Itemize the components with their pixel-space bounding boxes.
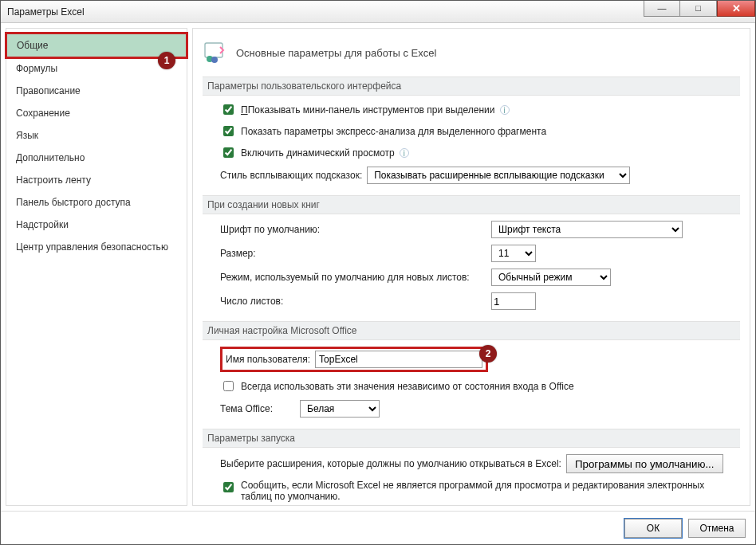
sidebar-item-customize-ribbon[interactable]: Настроить ленту — [6, 169, 187, 191]
sidebar-item-trust-center[interactable]: Центр управления безопасностью — [6, 236, 187, 258]
section-title-startup: Параметры запуска — [203, 429, 740, 448]
btn-default-programs[interactable]: Программы по умолчанию... — [566, 454, 723, 473]
close-button[interactable]: ✕ — [717, 1, 755, 17]
svg-rect-0 — [205, 43, 222, 57]
sidebar-item-language[interactable]: Язык — [6, 124, 187, 147]
lbl-default-view: Режим, используемый по умолчанию для нов… — [220, 272, 491, 283]
section-title-newbooks: При создании новых книг — [203, 195, 740, 214]
lbl-font-size: Размер: — [220, 248, 491, 259]
lbl-minipanel: ППоказывать мини-панель инструментов при… — [241, 104, 495, 116]
highlight-username: Имя пользователя: — [220, 347, 488, 372]
lbl-always-use: Всегда использовать эти значения независ… — [241, 381, 574, 392]
cancel-button[interactable]: Отмена — [688, 519, 746, 538]
minimize-button[interactable]: — — [644, 1, 680, 17]
lbl-express: Показать параметры экспресс-анализа для … — [241, 126, 546, 137]
select-office-theme[interactable]: Белая — [300, 400, 380, 418]
info-icon[interactable]: i — [400, 148, 409, 158]
sidebar-item-save[interactable]: Сохранение — [6, 102, 187, 124]
select-font-size[interactable]: 11 — [491, 245, 536, 262]
excel-options-window: Параметры Excel — □ ✕ Общие Формулы Прав… — [0, 0, 756, 545]
chk-minipanel[interactable] — [223, 104, 234, 115]
input-username[interactable] — [315, 351, 482, 368]
lbl-sheet-count: Число листов: — [220, 296, 491, 307]
category-sidebar: Общие Формулы Правописание Сохранение Яз… — [6, 28, 187, 506]
titlebar: Параметры Excel — □ ✕ — [1, 1, 755, 23]
general-options-icon — [203, 40, 228, 65]
chk-always-use[interactable] — [223, 381, 234, 391]
lbl-office-theme: Тема Office: — [220, 403, 295, 414]
input-sheet-count[interactable] — [491, 292, 536, 310]
window-controls: — □ ✕ — [644, 1, 755, 18]
lbl-default-font: Шрифт по умолчанию: — [220, 224, 491, 235]
select-tooltip-style[interactable]: Показывать расширенные всплывающие подск… — [367, 167, 630, 184]
info-icon[interactable]: i — [500, 105, 510, 115]
section-title-ui: Параметры пользовательского интерфейса — [203, 76, 740, 96]
lbl-warn-default: Сообщить, если Microsoft Excel не являет… — [241, 480, 719, 502]
lbl-default-ext: Выберите расширения, которые должны по у… — [220, 458, 561, 469]
annotation-badge-1: 1 — [158, 52, 175, 69]
annotation-badge-2: 2 — [479, 345, 497, 363]
window-title: Параметры Excel — [7, 6, 85, 18]
maximize-button[interactable]: □ — [680, 1, 717, 17]
page-heading: Основные параметры для работы с Excel — [236, 47, 436, 59]
chk-dynpreview[interactable] — [223, 147, 234, 158]
sidebar-item-quick-access[interactable]: Панель быстрого доступа — [6, 191, 187, 214]
sidebar-item-proofing[interactable]: Правописание — [6, 80, 187, 102]
lbl-tooltip-style: Стиль всплывающих подсказок: — [220, 170, 362, 181]
section-title-personal: Личная настройка Microsoft Office — [203, 321, 740, 340]
sidebar-item-addins[interactable]: Надстройки — [6, 214, 187, 236]
lbl-username: Имя пользователя: — [226, 354, 310, 365]
ok-button[interactable]: ОК — [624, 519, 682, 538]
lbl-dynpreview: Включить динамический просмотр — [241, 147, 395, 159]
chk-express[interactable] — [223, 126, 234, 136]
svg-point-2 — [211, 57, 218, 63]
content-panel: Основные параметры для работы с Excel Па… — [192, 28, 750, 506]
select-default-font[interactable]: Шрифт текста — [491, 221, 683, 238]
dialog-footer: ОК Отмена — [1, 511, 755, 544]
select-default-view[interactable]: Обычный режим — [491, 269, 611, 286]
sidebar-item-advanced[interactable]: Дополнительно — [6, 147, 187, 169]
chk-warn-default[interactable] — [223, 482, 234, 492]
